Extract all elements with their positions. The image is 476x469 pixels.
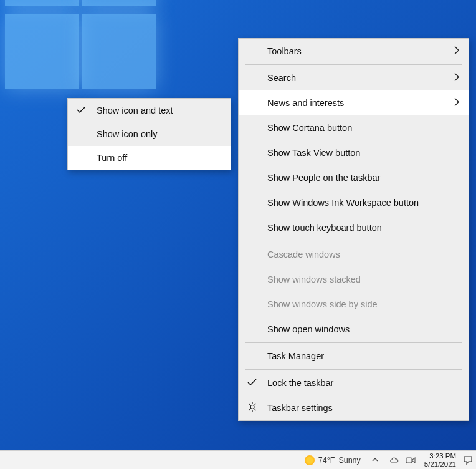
clock-date: 5/21/2021 [424,460,456,468]
menu-separator [245,369,462,370]
menu-item-label: Show open windows [267,324,350,334]
chevron-right-icon [454,73,460,84]
gear-icon [247,402,257,414]
svg-rect-9 [406,458,412,463]
menu-item-search[interactable]: Search [239,65,469,90]
menu-separator [245,241,462,241]
menu-separator [245,64,462,65]
system-tray [389,457,416,464]
wallpaper-windows-tile [82,14,156,89]
menu-item-taskview[interactable]: Show Task View button [239,140,469,165]
svg-line-8 [249,409,250,410]
menu-item-lock-taskbar[interactable]: Lock the taskbar [239,370,469,395]
menu-item-label: Show Task View button [267,148,360,158]
taskbar-context-menu: Toolbars Search News and interests Show … [238,38,469,421]
sun-icon [305,455,315,465]
taskbar-clock[interactable]: 3:23 PM 5/21/2021 [424,452,456,467]
svg-line-5 [249,404,250,405]
menu-item-label: Show icon and text [97,105,173,115]
svg-point-0 [250,405,254,409]
submenu-item-turn-off[interactable]: Turn off [68,146,231,170]
menu-item-stacked-windows: Show windows stacked [239,267,469,292]
taskbar[interactable]: 74°F Sunny 3:23 PM 5/21/2021 [0,450,476,469]
menu-item-label: Show windows side by side [267,299,378,309]
menu-item-ink-workspace[interactable]: Show Windows Ink Workspace button [239,190,469,215]
menu-item-label: News and interests [267,98,344,108]
check-icon [77,105,86,115]
submenu-item-icon-and-text[interactable]: Show icon and text [68,99,231,122]
news-interests-widget[interactable]: 74°F Sunny [305,455,361,465]
wallpaper-windows-tile [5,0,79,6]
weather-temperature: 74°F [318,456,335,465]
menu-item-task-manager[interactable]: Task Manager [239,344,469,369]
menu-item-label: Task Manager [267,351,324,361]
menu-item-touch-keyboard[interactable]: Show touch keyboard button [239,215,469,240]
news-interests-submenu: Show icon and text Show icon only Turn o… [67,98,231,170]
menu-item-label: Cascade windows [267,249,340,259]
wallpaper-windows-tile [5,14,79,89]
clock-time: 3:23 PM [424,452,456,460]
menu-item-side-by-side: Show windows side by side [239,292,469,317]
weather-condition: Sunny [338,456,360,465]
tray-overflow-button[interactable] [372,457,378,463]
menu-item-label: Show touch keyboard button [267,223,382,233]
menu-item-label: Show Cortana button [267,123,352,133]
menu-item-label: Show windows stacked [267,274,361,284]
chevron-right-icon [454,98,460,109]
menu-item-people[interactable]: Show People on the taskbar [239,165,469,190]
menu-item-label: Search [267,73,296,83]
check-icon [247,378,257,388]
wallpaper-windows-tile [82,0,156,6]
menu-item-news-interests[interactable]: News and interests [239,90,469,115]
menu-item-label: Show icon only [97,129,158,139]
meet-now-icon[interactable] [406,457,416,464]
action-center-icon[interactable] [462,456,474,465]
menu-item-label: Show People on the taskbar [267,173,380,183]
chevron-right-icon [454,46,460,57]
menu-item-label: Taskbar settings [267,403,333,413]
menu-item-label: Toolbars [267,46,302,56]
svg-line-6 [255,409,256,410]
menu-item-toolbars[interactable]: Toolbars [239,39,469,64]
menu-item-cortana[interactable]: Show Cortana button [239,115,469,140]
menu-item-label: Lock the taskbar [267,378,333,388]
menu-item-label: Show Windows Ink Workspace button [267,198,419,208]
menu-item-show-open-windows[interactable]: Show open windows [239,317,469,342]
menu-item-taskbar-settings[interactable]: Taskbar settings [239,395,469,420]
menu-item-label: Turn off [97,153,127,163]
menu-separator [245,342,462,343]
onedrive-icon[interactable] [389,457,399,463]
svg-line-7 [255,404,256,405]
menu-item-cascade-windows: Cascade windows [239,242,469,267]
submenu-item-icon-only[interactable]: Show icon only [68,122,231,146]
